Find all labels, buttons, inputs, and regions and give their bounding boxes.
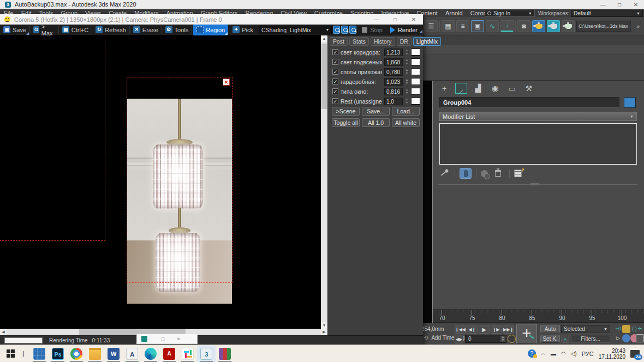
checkbox-checked[interactable]: ✓: [332, 98, 338, 104]
pan-hand-icon[interactable]: [622, 325, 630, 333]
fragment-close-icon[interactable]: ✕: [176, 336, 181, 342]
spinner-icon[interactable]: ▲▼: [405, 88, 409, 95]
shading-element-dropdown[interactable]: CShading_LightMix ▼: [259, 26, 332, 34]
zoom-extents-icon[interactable]: ✛: [636, 325, 644, 333]
checkbox-checked[interactable]: ✓: [332, 79, 338, 85]
motion-tab-icon[interactable]: ◉: [489, 83, 501, 94]
scene-button[interactable]: >Scene: [332, 107, 360, 116]
play-button[interactable]: ▶: [479, 325, 490, 334]
toolbar-overflow-icon[interactable]: »: [636, 23, 640, 29]
scene-explorer-icon[interactable]: ▦: [442, 20, 455, 32]
taskbar-clock[interactable]: 20:43 17.11.2020: [599, 348, 625, 360]
hierarchy-tab-icon[interactable]: ▟: [472, 83, 484, 94]
intensity-field[interactable]: 1,0: [384, 98, 403, 105]
taskbar-edge[interactable]: [141, 346, 160, 362]
save-button[interactable]: ▣ Save: [0, 25, 29, 35]
object-color-swatch[interactable]: [624, 97, 636, 108]
tray-expand-icon[interactable]: ︿: [541, 350, 546, 357]
taskbar-slack[interactable]: [178, 346, 197, 362]
display-tab-icon[interactable]: ▭: [506, 83, 518, 94]
scroll-up-icon[interactable]: ▲: [321, 35, 327, 42]
all-white-button[interactable]: All white: [392, 118, 420, 127]
frame-back-forward-icon[interactable]: ◀▶: [455, 335, 463, 343]
light-color-swatch[interactable]: [411, 88, 420, 95]
lightmix-load-button[interactable]: Load...: [392, 107, 420, 116]
checkbox-checked[interactable]: ✓: [332, 69, 338, 75]
taskbar-winrar[interactable]: [216, 346, 234, 362]
notification-center-icon[interactable]: 24: [630, 350, 640, 358]
material-editor-icon[interactable]: ◙: [517, 20, 530, 32]
current-frame-field[interactable]: 0 ▲▼: [465, 335, 506, 343]
battery-icon[interactable]: ▬: [551, 351, 556, 357]
spinner-icon[interactable]: ▲▼: [500, 336, 505, 342]
light-color-swatch[interactable]: [411, 98, 420, 105]
scroll-left-icon[interactable]: ◀: [0, 329, 7, 335]
tab-post[interactable]: Post: [330, 37, 348, 46]
pick-button[interactable]: ✦ Pick: [229, 25, 257, 35]
stop-button[interactable]: Stop: [362, 27, 383, 33]
taskbar-photoshop[interactable]: Ps: [49, 346, 67, 362]
spinner-icon[interactable]: ▲▼: [405, 58, 409, 66]
filters-button[interactable]: Filters...: [571, 335, 610, 343]
spinner-icon[interactable]: ▲▼: [405, 49, 409, 56]
light-color-swatch[interactable]: [411, 68, 420, 75]
intensity-field[interactable]: 1,213: [384, 49, 403, 56]
render-region-frame[interactable]: [127, 77, 232, 283]
auto-key-button[interactable]: Auto: [540, 325, 560, 333]
key-filter-icon[interactable]: [508, 335, 516, 343]
all-one-button[interactable]: All 1.0: [362, 118, 390, 127]
zoom-out-icon[interactable]: [333, 26, 340, 34]
tools-button[interactable]: ⚙ Tools: [162, 25, 192, 35]
set-keys-button[interactable]: +: [516, 324, 537, 344]
zoom-in-icon[interactable]: [341, 26, 348, 34]
curve-editor-icon[interactable]: ∿: [486, 20, 499, 32]
light-color-swatch[interactable]: [411, 49, 420, 56]
go-to-end-button[interactable]: ▶▶❙: [503, 325, 514, 334]
project-folder-dropdown[interactable]: C:\Users\kot...3ds Max 2020 ▼: [576, 21, 631, 32]
modifier-stack[interactable]: [439, 123, 637, 165]
previous-frame-button[interactable]: ◀❙: [467, 325, 478, 334]
corona-minimize-button[interactable]: —: [367, 15, 386, 24]
zoom-region-icon[interactable]: [349, 26, 356, 34]
keyboard-language[interactable]: РУС: [582, 351, 594, 357]
utilities-tab-icon[interactable]: ⚒: [523, 83, 535, 94]
render-production-icon[interactable]: [562, 20, 575, 32]
make-unique-icon[interactable]: [481, 168, 491, 178]
to-max-button[interactable]: G > Max: [30, 25, 58, 35]
tab-dr[interactable]: DR: [397, 37, 412, 46]
scroll-down-icon[interactable]: ▼: [321, 322, 327, 329]
region-button[interactable]: Region: [193, 25, 228, 35]
render-region-frame[interactable]: [0, 35, 105, 241]
remove-modifier-icon[interactable]: [495, 168, 505, 178]
wifi-icon[interactable]: ◠: [561, 351, 566, 357]
configure-modifier-sets-icon[interactable]: [514, 168, 524, 178]
vertical-scroll-thumb[interactable]: [321, 44, 327, 109]
maximize-viewport-toggle-icon[interactable]: [636, 334, 644, 342]
help-notification-icon[interactable]: ?: [528, 349, 536, 358]
start-button[interactable]: [7, 349, 15, 358]
taskbar-word[interactable]: W: [104, 346, 123, 362]
tab-history[interactable]: History: [371, 37, 395, 46]
taskbar-calculator[interactable]: [30, 346, 49, 362]
close-button[interactable]: ✕: [628, 1, 644, 9]
corona-maximize-button[interactable]: □: [386, 15, 404, 24]
lightmix-save-button[interactable]: Save...: [362, 107, 390, 116]
modifier-list-dropdown[interactable]: Modifier List ▼: [439, 112, 637, 121]
taskbar-file-explorer[interactable]: [86, 346, 104, 362]
render-setup-icon[interactable]: [532, 20, 545, 32]
toggle-all-button[interactable]: Toggle all: [332, 118, 360, 127]
timeline-ruler[interactable]: 70 75 80 85 90 95 100: [433, 309, 644, 323]
light-color-swatch[interactable]: [411, 58, 420, 65]
light-color-swatch[interactable]: [411, 78, 420, 85]
rollout-divider-handle[interactable]: [530, 183, 540, 185]
taskbar-archicad[interactable]: A: [123, 346, 141, 362]
spinner-icon[interactable]: ▲▼: [405, 68, 409, 76]
transform-gizmo-icon[interactable]: ⊣I: [614, 325, 622, 333]
object-name-field[interactable]: Group004: [439, 97, 619, 108]
selection-arrow-icon[interactable]: ▷: [614, 334, 622, 342]
taskbar-chrome[interactable]: [67, 346, 86, 362]
corona-close-button[interactable]: ✕: [404, 15, 423, 24]
erase-button[interactable]: ✕ Erase: [130, 25, 162, 35]
checkbox-checked[interactable]: ✓: [332, 88, 338, 94]
spinner-icon[interactable]: ▲▼: [405, 78, 409, 86]
